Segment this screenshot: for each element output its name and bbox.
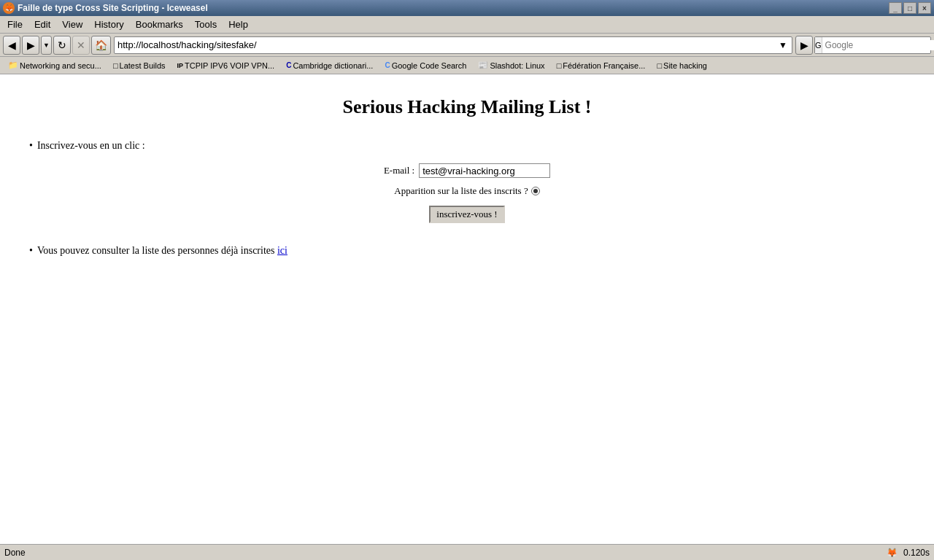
bookmark-google-code[interactable]: C Google Code Search (379, 59, 471, 72)
search-engine-icon: G (815, 37, 822, 53)
back-button[interactable]: ◀ (3, 36, 20, 55)
section-list: • Vous pouvez consulter la liste des per… (29, 245, 905, 257)
bookmark-latest-builds-label: Latest Builds (120, 61, 166, 70)
bookmark-cambridge[interactable]: C Cambridge dictionari... (281, 59, 378, 72)
section-signup: • Inscrivez-vous en un clic : E-mail : A… (29, 140, 905, 223)
window-title: Faille de type Cross Site Scripting - Ic… (18, 3, 208, 13)
navbar: ◀ ▶ ▼ ↻ ✕ 🏠 ▼ ▶ G 🔍 (0, 34, 934, 57)
menu-file[interactable]: File (1, 18, 28, 31)
bookmark-google-code-label: Google Code Search (392, 61, 467, 70)
bookmark-federation[interactable]: □ Fédération Française... (552, 59, 651, 72)
reload-button[interactable]: ↻ (53, 36, 71, 55)
email-input[interactable] (419, 163, 550, 178)
bookmark-cambridge-label: Cambridge dictionari... (293, 61, 373, 70)
bookmark-tcpip-icon: IP (177, 62, 184, 69)
bullet-2: • (29, 245, 33, 257)
titlebar: 🦊 Faille de type Cross Site Scripting - … (0, 0, 934, 16)
signup-intro: • Inscrivez-vous en un clic : (29, 140, 905, 152)
dropdown-button[interactable]: ▼ (41, 36, 52, 55)
bookmark-hacking-icon: □ (657, 61, 662, 70)
list-text: Vous pouvez consulter la liste des perso… (37, 245, 287, 257)
forward-button[interactable]: ▶ (22, 36, 39, 55)
address-bar-container: ▼ (114, 36, 792, 54)
minimize-button[interactable]: _ (889, 2, 902, 14)
search-container: G 🔍 (814, 36, 931, 54)
bookmark-page-icon: □ (113, 61, 118, 70)
menu-tools[interactable]: Tools (189, 18, 223, 31)
bookmark-federation-label: Fédération Française... (563, 61, 645, 70)
list-link[interactable]: ici (277, 245, 287, 256)
stop-button[interactable]: ✕ (72, 36, 90, 55)
maximize-button[interactable]: □ (903, 2, 916, 14)
bullet-1: • (29, 140, 33, 152)
bookmark-latest-builds[interactable]: □ Latest Builds (108, 59, 171, 72)
menu-help[interactable]: Help (223, 18, 254, 31)
browser-icon: 🦊 (3, 2, 15, 14)
bookmark-networking-label: Networking and secu... (20, 61, 101, 70)
signup-text: Inscrivez-vous en un clic : (37, 140, 145, 152)
submit-container: inscrivez-vous ! (29, 203, 905, 223)
bookmark-site-hacking[interactable]: □ Site hacking (652, 59, 712, 72)
bookmark-slashdot-label: Slashdot: Linux (490, 61, 544, 70)
close-button[interactable]: × (918, 2, 931, 14)
bookmark-tcpip[interactable]: IP TCPIP IPV6 VOIP VPN... (172, 59, 280, 72)
bookmark-folder-icon: 📁 (8, 61, 18, 70)
go-button[interactable]: ▶ (795, 36, 813, 55)
submit-button[interactable]: inscrivez-vous ! (429, 206, 504, 223)
bookmark-google-icon: C (385, 61, 390, 69)
bookmark-slashdot[interactable]: 📰 Slashdot: Linux (473, 58, 549, 72)
menu-edit[interactable]: Edit (28, 18, 56, 31)
bookmark-networking[interactable]: 📁 Networking and secu... (3, 58, 107, 72)
email-label: E-mail : (384, 165, 414, 176)
menu-history[interactable]: History (88, 18, 129, 31)
apparition-label: Apparition sur la liste des inscrits ? (394, 185, 528, 197)
content-area: Serious Hacking Mailing List ! • Inscriv… (0, 74, 934, 544)
search-input[interactable] (822, 40, 934, 50)
bookmark-site-hacking-label: Site hacking (663, 61, 707, 70)
menu-view[interactable]: View (56, 18, 88, 31)
menu-bookmarks[interactable]: Bookmarks (130, 18, 189, 31)
menubar: File Edit View History Bookmarks Tools H… (0, 16, 934, 34)
home-button[interactable]: 🏠 (91, 36, 111, 55)
apparition-row: Apparition sur la liste des inscrits ? (29, 185, 905, 197)
list-intro: • Vous pouvez consulter la liste des per… (29, 245, 905, 257)
bookmark-tcpip-label: TCPIP IPV6 VOIP VPN... (185, 61, 274, 70)
address-dropdown-button[interactable]: ▼ (777, 40, 789, 50)
bookmark-cambridge-icon: C (286, 61, 291, 69)
apparition-radio[interactable] (531, 187, 540, 195)
titlebar-left: 🦊 Faille de type Cross Site Scripting - … (3, 2, 208, 14)
page-title: Serious Hacking Mailing List ! (29, 96, 905, 118)
email-row: E-mail : (29, 163, 905, 178)
address-input[interactable] (117, 39, 777, 50)
bookmarks-bar: 📁 Networking and secu... □ Latest Builds… (0, 57, 934, 74)
window-controls[interactable]: _ □ × (889, 2, 931, 14)
bookmark-federation-icon: □ (557, 61, 562, 70)
bookmark-slashdot-icon: 📰 (478, 61, 488, 70)
